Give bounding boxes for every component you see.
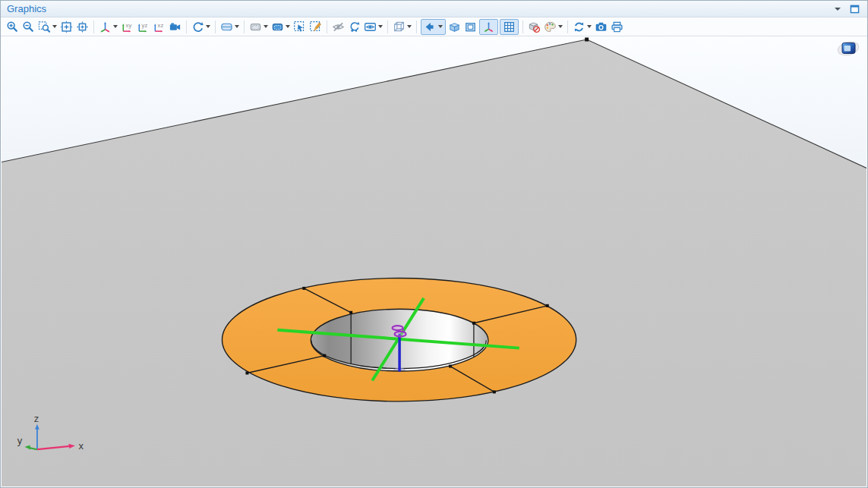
default-view-icon [99,20,112,33]
scene-light-caret-icon[interactable] [235,25,239,28]
update-caret-icon[interactable] [587,25,592,28]
select-box-icon [293,20,306,33]
toolbar-separator [567,20,568,33]
toolbar-separator [186,20,187,33]
camera-icon [169,20,181,33]
snapshot-camera-icon [595,20,608,33]
wireframe-caret-icon[interactable] [407,25,412,28]
print-button[interactable] [609,18,625,35]
graphics-window: Graphics xy yz xz [0,0,868,488]
color-theme-button[interactable] [542,18,558,35]
select-box-button[interactable] [292,18,308,35]
view-unhidden-caret-icon[interactable] [378,25,383,28]
svg-text:xy: xy [126,22,132,29]
selection-color-cube-icon [464,20,477,33]
material-color-cube-icon [448,20,461,33]
select-objects-button[interactable] [248,18,264,35]
selection-color-button[interactable] [462,18,478,35]
hide-entities-button[interactable] [330,18,346,35]
sound-caret-icon[interactable] [438,25,443,28]
select-entities-icon [271,20,284,33]
zoom-to-selection-icon [76,20,89,33]
rotate-icon [191,20,204,33]
remove-texture-icon [528,20,541,33]
toolbar-separator [522,20,523,33]
zoom-extents-button[interactable] [58,18,74,35]
panel-title: Graphics [7,1,46,17]
default-view-button[interactable] [97,18,113,35]
palette-icon [544,20,557,33]
float-window-icon[interactable] [850,5,860,14]
image-snapshot-button[interactable] [593,18,609,35]
x-axis-label: x [79,440,84,452]
axis-orientation-button[interactable] [481,18,497,35]
update-button[interactable] [571,18,587,35]
material-color-button[interactable] [447,18,462,35]
panel-menu-caret-icon[interactable] [835,8,841,11]
deselect-box-icon [309,20,322,33]
zoom-extents-icon [60,20,73,33]
titlebar: Graphics [1,1,867,17]
reset-hiding-button[interactable] [346,18,362,35]
axis-orientation-toggle-active [479,19,498,35]
toolbar-separator [416,20,417,33]
zoom-box-icon [38,20,51,33]
scene-light-button[interactable] [219,18,235,35]
grid-toggle-active [500,19,519,35]
sync-icon [573,20,586,33]
select-entities-caret-icon[interactable] [286,25,290,28]
graphics-viewport[interactable]: z x y [2,37,866,486]
speaker-icon [424,20,437,33]
zoom-out-icon [22,20,35,33]
deselect-box-button[interactable] [308,18,324,35]
view-unhidden-button[interactable] [362,18,378,35]
wireframe-button[interactable] [391,18,407,35]
sound-toggle-active [421,19,446,35]
xy-view-button[interactable]: xy [119,18,135,35]
rotate-caret-icon[interactable] [206,25,210,28]
zoom-box-caret-icon[interactable] [52,25,57,28]
select-objects-caret-icon[interactable] [264,25,268,28]
camera-button[interactable] [167,18,183,35]
reset-hiding-icon [348,20,361,33]
view-unhidden-icon [364,20,377,33]
toolbar-separator [387,20,388,33]
default-view-caret-icon[interactable] [113,25,118,28]
yz-view-icon: yz [137,20,150,33]
svg-text:yz: yz [142,22,148,29]
select-entities-button[interactable] [270,18,286,35]
plane-vertex-dot [585,37,589,41]
xz-view-icon: xz [153,20,166,33]
graphics-toolbar: xy yz xz [1,17,867,36]
yz-view-button[interactable]: yz [135,18,151,35]
z-axis-label: z [34,413,39,424]
xy-view-icon: xy [121,20,134,33]
grid-icon [503,20,516,33]
wireframe-icon [393,20,406,33]
toolbar-separator [244,20,245,33]
color-theme-caret-icon[interactable] [558,25,563,28]
remove-texture-button[interactable] [526,18,542,35]
zoom-in-button[interactable] [5,18,21,35]
zoom-in-icon [6,20,19,33]
printer-icon [611,20,623,33]
rotate-button[interactable] [190,18,206,35]
hide-entities-icon [332,20,345,33]
y-axis-label: y [17,435,23,446]
svg-text:xz: xz [158,22,164,29]
zoom-out-button[interactable] [21,18,36,35]
scene-3d[interactable]: z x y [2,37,866,486]
zoom-box-button[interactable] [36,18,52,35]
axis-orientation-icon [482,20,495,33]
toolbar-separator [93,20,94,33]
zoom-to-selection-button[interactable] [74,18,90,35]
xz-view-button[interactable]: xz [151,18,167,35]
grid-button[interactable] [501,18,517,35]
toolbar-separator [327,20,327,33]
scene-light-icon [220,20,233,33]
toolbar-separator [215,20,216,33]
sound-button[interactable] [422,18,438,35]
select-objects-icon [249,20,262,33]
